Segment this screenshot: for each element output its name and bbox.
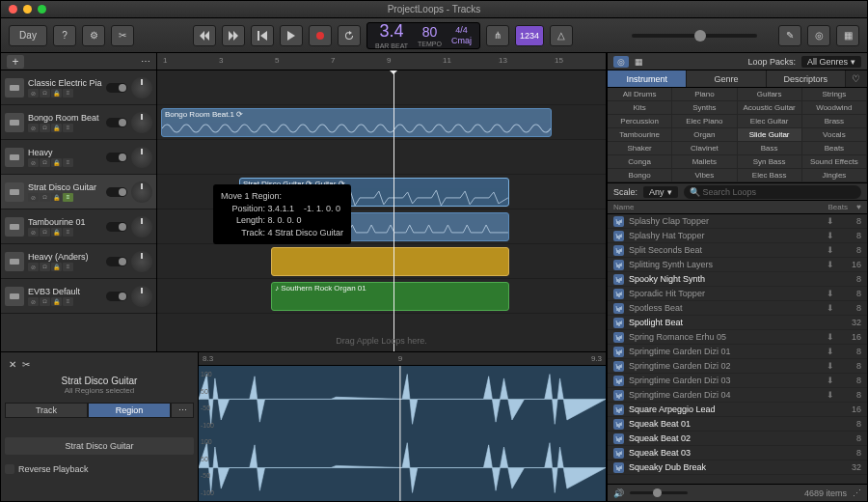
search-loops-input[interactable]: 🔍Search Loops — [684, 185, 861, 199]
loop-item[interactable]: Spring Romance Erhu 05⬇16 — [608, 330, 867, 345]
instrument-filter[interactable]: Organ — [672, 128, 737, 142]
instrument-filter[interactable]: Percussion — [608, 115, 672, 128]
instrument-filter[interactable]: Shaker — [608, 142, 672, 155]
track-toggle[interactable] — [106, 83, 127, 93]
instrument-filter[interactable]: Elec Piano — [672, 115, 737, 128]
lock-button[interactable]: 🔒 — [51, 297, 62, 306]
mute-button[interactable]: ⊘ — [28, 193, 39, 202]
scissors-button[interactable]: ✂ — [111, 25, 134, 46]
track-row[interactable]: Classic Electric Piano⊘Ω🔒≡ — [1, 70, 156, 105]
instrument-icon[interactable] — [5, 252, 24, 271]
loop-item[interactable]: Springtime Garden Dizi 01⬇8 — [608, 345, 867, 359]
region-organ[interactable]: ♪ Southern Rock Organ 01 — [271, 282, 509, 311]
zoom-window-icon[interactable] — [38, 5, 46, 14]
track-row[interactable]: Strat Disco Guitar⊘Ω🔒≡ — [1, 175, 156, 209]
instrument-filter[interactable]: Mallets — [672, 155, 737, 169]
download-icon[interactable]: ⬇ — [827, 390, 837, 401]
prev-button[interactable] — [251, 25, 274, 46]
input-button[interactable]: ≡ — [63, 297, 73, 306]
loop-item[interactable]: Spotless Beat⬇8 — [608, 301, 867, 316]
volume-knob[interactable] — [131, 286, 152, 307]
metronome-button[interactable]: △ — [550, 25, 573, 46]
download-icon[interactable]: ⬇ — [827, 245, 837, 256]
instrument-filter[interactable]: Guitars — [738, 88, 802, 101]
lock-button[interactable]: 🔒 — [51, 89, 62, 98]
instrument-filter[interactable]: Slide Guitar — [738, 128, 802, 142]
lcd-tempo[interactable]: 80 — [422, 24, 438, 40]
loop-item[interactable]: Spooky Night Synth8 — [608, 272, 867, 287]
instrument-filter[interactable]: Woodwind — [802, 101, 867, 115]
loop-item[interactable]: Splashy Clap Topper⬇8 — [608, 214, 867, 229]
tab-descriptors[interactable]: Descriptors — [767, 70, 846, 87]
loop-item[interactable]: Splashy Hat Topper⬇8 — [608, 229, 867, 243]
help-button[interactable]: ? — [53, 25, 76, 46]
loop-view-icon[interactable]: ◎ — [613, 56, 629, 68]
instrument-filter[interactable]: Vocals — [802, 128, 867, 142]
instrument-icon[interactable] — [5, 148, 24, 167]
loop-item[interactable]: Springtime Garden Dizi 04⬇8 — [608, 388, 867, 403]
mute-button[interactable]: ⊘ — [28, 297, 39, 306]
solo-button[interactable]: Ω — [40, 263, 50, 271]
track-options-icon[interactable]: ⋯ — [141, 56, 150, 67]
loop-list[interactable]: Splashy Clap Topper⬇8Splashy Hat Topper⬇… — [608, 214, 867, 484]
count-in-button[interactable]: 1234 — [515, 25, 544, 46]
tab-track[interactable]: Track — [5, 403, 88, 418]
settings-button[interactable]: ⚙ — [82, 25, 105, 46]
volume-knob[interactable] — [131, 77, 152, 98]
loop-item[interactable]: Sporadic Hit Topper⬇8 — [608, 287, 867, 301]
media-browser-button[interactable]: ▦ — [836, 25, 859, 46]
close-window-icon[interactable] — [9, 5, 17, 14]
speaker-icon[interactable]: 🔊 — [613, 488, 624, 498]
tuner-button[interactable]: ⋔ — [486, 25, 509, 46]
instrument-filter[interactable]: Elec Bass — [738, 169, 802, 182]
download-icon[interactable]: ⬇ — [827, 376, 837, 386]
instrument-icon[interactable] — [5, 113, 24, 132]
download-icon[interactable]: ⬇ — [827, 289, 837, 299]
download-icon[interactable]: ⬇ — [827, 231, 837, 241]
tab-more[interactable]: ⋯ — [171, 403, 194, 418]
input-button[interactable]: ≡ — [63, 193, 73, 202]
loop-item[interactable]: Square Arpeggio Lead16 — [608, 403, 867, 417]
lcd-bar-beat[interactable]: 3.4 — [380, 21, 404, 42]
tab-region[interactable]: Region — [88, 403, 171, 418]
scissors-icon[interactable]: ✂ — [22, 359, 30, 370]
loop-browser-button[interactable]: ◎ — [807, 25, 830, 46]
instrument-filter[interactable]: Tambourine — [608, 128, 672, 142]
solo-button[interactable]: Ω — [40, 228, 50, 237]
instrument-filter[interactable]: Sound Effects — [802, 155, 867, 169]
lcd-timesig[interactable]: 4/4 — [455, 25, 468, 35]
lcd-key[interactable]: Cmaj — [451, 36, 472, 45]
notepad-button[interactable]: ✎ — [778, 25, 801, 46]
instrument-filter[interactable]: Bass — [738, 142, 802, 155]
instrument-filter[interactable]: Clavinet — [672, 142, 737, 155]
region-bongo[interactable]: Bongo Room Beat.1 ⟳ — [161, 108, 552, 137]
instrument-filter[interactable]: Acoustic Guitar — [738, 101, 802, 115]
instrument-filter[interactable]: Brass — [802, 115, 867, 128]
solo-button[interactable]: Ω — [40, 89, 50, 98]
resize-handle-icon[interactable]: ⋰ — [853, 488, 861, 498]
playhead[interactable] — [393, 70, 394, 351]
track-row[interactable]: Tambourine 01⊘Ω🔒≡ — [1, 209, 156, 244]
download-icon[interactable]: ⬇ — [827, 332, 837, 343]
add-track-button[interactable]: + — [7, 55, 24, 69]
solo-button[interactable]: Ω — [40, 193, 50, 202]
input-button[interactable]: ≡ — [63, 89, 73, 98]
track-row[interactable]: Bongo Room Beat⊘Ω🔒≡ — [1, 105, 156, 140]
reverse-playback-checkbox[interactable]: Reverse Playback — [5, 464, 194, 474]
instrument-filter[interactable]: Bongo — [608, 169, 672, 182]
instrument-filter[interactable]: All Drums — [608, 88, 672, 101]
volume-knob[interactable] — [131, 147, 152, 168]
view-mode-button[interactable]: Day — [9, 25, 47, 46]
track-toggle[interactable] — [106, 187, 127, 197]
track-row[interactable]: Heavy⊘Ω🔒≡ — [1, 140, 156, 175]
download-icon[interactable]: ⬇ — [827, 361, 837, 372]
lock-button[interactable]: 🔒 — [51, 228, 62, 237]
lock-button[interactable]: 🔒 — [51, 158, 62, 167]
instrument-filter[interactable]: Conga — [608, 155, 672, 169]
instrument-icon[interactable] — [5, 78, 24, 98]
region-name-field[interactable]: Strat Disco Guitar — [5, 437, 194, 455]
timeline-ruler[interactable]: 13579111315 — [157, 53, 606, 70]
loop-item[interactable]: Splitting Synth Layers⬇16 — [608, 258, 867, 272]
volume-knob[interactable] — [131, 251, 152, 272]
track-toggle[interactable] — [106, 222, 127, 232]
